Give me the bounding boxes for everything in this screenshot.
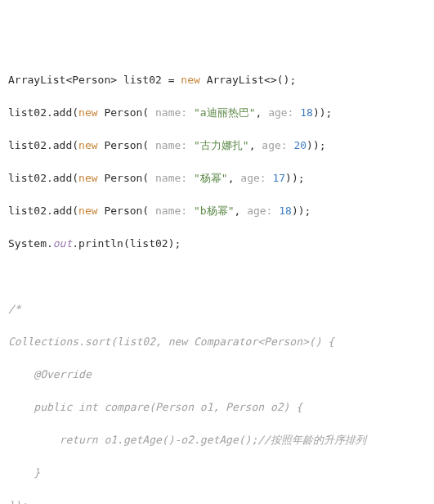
- code-line-blank[interactable]: [8, 268, 426, 285]
- code-line[interactable]: list02.add(new Person( name: "杨幂", age: …: [8, 170, 426, 187]
- comment-line[interactable]: });: [8, 497, 426, 504]
- code-line[interactable]: list02.add(new Person( name: "古力娜扎", age…: [8, 137, 426, 154]
- code-line[interactable]: System.out.println(list02);: [8, 236, 426, 252]
- comment-line[interactable]: Collections.sort(list02, new Comparator<…: [8, 334, 426, 350]
- code-line[interactable]: list02.add(new Person( name: "a迪丽热巴", ag…: [8, 105, 426, 121]
- comment-line[interactable]: }: [8, 465, 426, 481]
- code-line[interactable]: ArrayList<Person> list02 = new ArrayList…: [8, 72, 426, 88]
- comment-line[interactable]: return o1.getAge()-o2.getAge();//按照年龄的升序…: [8, 432, 426, 448]
- comment-line[interactable]: /*: [8, 301, 426, 317]
- comment-line[interactable]: public int compare(Person o1, Person o2)…: [8, 399, 426, 416]
- comment-line[interactable]: @Override: [8, 367, 426, 383]
- code-line[interactable]: list02.add(new Person( name: "b杨幂", age:…: [8, 203, 426, 219]
